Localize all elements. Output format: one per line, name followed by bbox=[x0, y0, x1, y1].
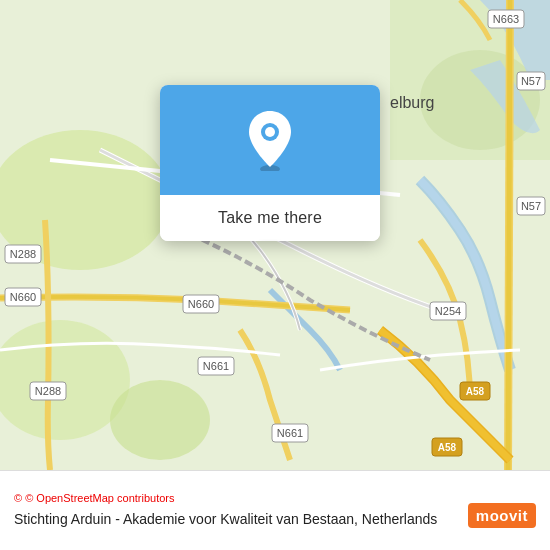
svg-point-3 bbox=[110, 380, 210, 460]
take-me-there-button[interactable]: Take me there bbox=[160, 195, 380, 241]
svg-text:N661: N661 bbox=[203, 360, 229, 372]
footer: © © OpenStreetMap contributors Stichting… bbox=[0, 470, 550, 550]
city-label: elburg bbox=[390, 94, 434, 111]
svg-text:N661: N661 bbox=[277, 427, 303, 439]
svg-text:N57: N57 bbox=[521, 200, 541, 212]
svg-text:N288: N288 bbox=[10, 248, 36, 260]
svg-text:N660: N660 bbox=[188, 298, 214, 310]
location-title: Stichting Arduin - Akademie voor Kwalite… bbox=[14, 510, 536, 530]
moovit-logo-text: moovit bbox=[468, 503, 536, 528]
map-container: N663 N57 N57 N288 N660 N660 N254 N288 bbox=[0, 0, 550, 470]
svg-text:N57: N57 bbox=[521, 75, 541, 87]
svg-point-33 bbox=[265, 127, 275, 137]
svg-text:N660: N660 bbox=[10, 291, 36, 303]
attribution-text: © OpenStreetMap contributors bbox=[25, 492, 174, 504]
copyright-symbol: © bbox=[14, 492, 22, 504]
moovit-text: moovit bbox=[476, 507, 528, 524]
svg-text:A58: A58 bbox=[466, 386, 485, 397]
svg-text:N663: N663 bbox=[493, 13, 519, 25]
location-pin-icon bbox=[244, 109, 296, 171]
svg-text:N288: N288 bbox=[35, 385, 61, 397]
app: N663 N57 N57 N288 N660 N660 N254 N288 bbox=[0, 0, 550, 550]
attribution: © © OpenStreetMap contributors bbox=[14, 492, 536, 504]
moovit-logo: moovit bbox=[468, 503, 536, 528]
popup-card: Take me there bbox=[160, 85, 380, 241]
popup-map-preview bbox=[160, 85, 380, 195]
svg-text:A58: A58 bbox=[438, 442, 457, 453]
svg-text:N254: N254 bbox=[435, 305, 461, 317]
